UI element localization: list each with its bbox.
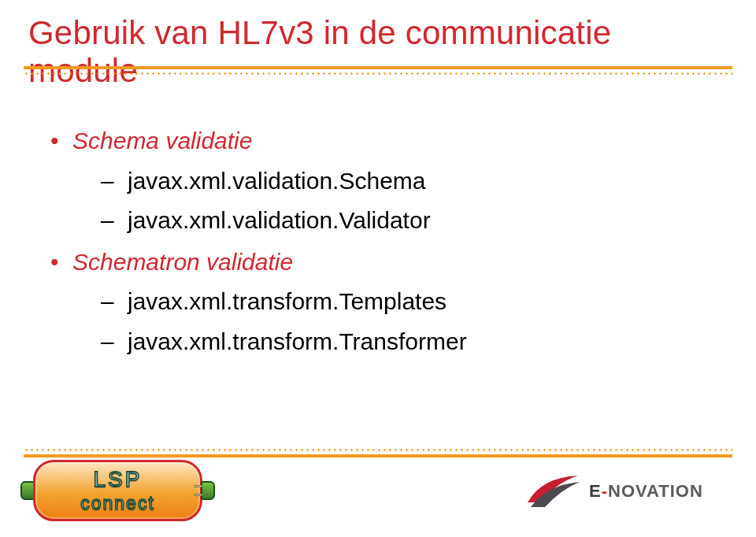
- lsp-text-top: LSP: [35, 467, 200, 492]
- bullet-schematron-validatie: Schematron validatie: [47, 244, 709, 281]
- divider-dotted: [24, 72, 732, 75]
- enovation-text: E-NOVATION: [589, 481, 703, 502]
- footer-dots: [24, 449, 732, 451]
- slide: Gebruik van HL7v3 in de communicatie mod…: [0, 0, 756, 537]
- divider-solid: [24, 66, 732, 69]
- lsp-logo-body: LSP connect: [33, 460, 202, 521]
- enovation-logo: E-NOVATION: [526, 469, 723, 513]
- lsp-connect-logo: LSP connect: [33, 460, 202, 521]
- content-area: Schema validatie javax.xml.validation.Sc…: [47, 118, 709, 363]
- bullet-schema-validatie: Schema validatie: [47, 123, 709, 160]
- item-templates: javax.xml.transform.Templates: [72, 283, 709, 320]
- swoosh-icon: [526, 471, 581, 512]
- title-divider: [24, 66, 732, 80]
- lsp-text-bottom: connect: [35, 493, 200, 514]
- footer: LSP connect E-NOVATION: [24, 449, 732, 520]
- footer-divider: [24, 449, 732, 457]
- footer-solid: [24, 454, 732, 457]
- item-transformer: javax.xml.transform.Transformer: [72, 324, 709, 361]
- item-validator: javax.xml.validation.Validator: [72, 202, 709, 239]
- plug-right-icon: [198, 481, 221, 500]
- item-schema: javax.xml.validation.Schema: [72, 163, 709, 200]
